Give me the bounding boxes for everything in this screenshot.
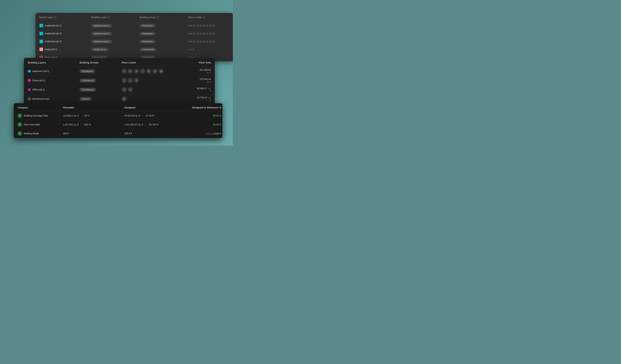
col-building-layer: Building Layer i — [91, 16, 140, 18]
check-icon — [18, 114, 22, 118]
middle-table-row: Apartment (alt 2) Residential 4 5 6 7 8 … — [24, 67, 215, 76]
dot-teal — [28, 70, 31, 73]
model-layer-info-icon[interactable]: i — [54, 16, 56, 18]
floor-badges-cell: 4 5 6 7 8 9 10 — [122, 69, 196, 74]
check-icon — [18, 122, 22, 127]
category-cell: Building Height — [18, 131, 63, 136]
row-label: residential (alt 1) — [39, 24, 91, 27]
building-layer-cell: Mechanical room — [28, 97, 80, 100]
col-floor-levels: Floor Levels i — [188, 16, 233, 18]
table-row: residential (alt 3) Apartment (alt 1) Re… — [35, 37, 233, 45]
building-layer-info-icon[interactable]: i — [107, 16, 110, 18]
dot-pink — [28, 79, 31, 82]
designed-cell: 94,629.35 sq. ft | 47.04 % — [124, 114, 189, 117]
floor-badges-cell: 2 3 — [122, 87, 196, 92]
bottom-panel: Category Allowable Designed Designed to … — [14, 103, 222, 138]
middle-table-header: Building Layers Building Groups Floor Le… — [24, 58, 215, 67]
main-table-header: Model Layer i Building Layer i Building … — [35, 13, 233, 22]
floor-levels-info-icon[interactable]: i — [203, 16, 205, 18]
allowable-cell: 200 ft — [63, 132, 124, 135]
allowable-cell: 1,207,092 sq. ft | 600 % — [63, 123, 124, 126]
building-layer-cell: Apartment (alt 2) — [28, 70, 80, 73]
color-swatch — [39, 32, 43, 35]
designed-cell: 1,021,954.87 sq. ft | 507.98 % — [124, 123, 189, 126]
allowable-cell: 110,650.1 sq. ft | 55 % — [63, 114, 124, 117]
main-panel: Model Layer i Building Layer i Building … — [35, 13, 233, 61]
floor-badges-cell: 1 2 3 — [122, 78, 196, 83]
color-swatch — [39, 48, 43, 51]
color-swatch — [39, 40, 43, 43]
col-building-group: Building Group i — [140, 16, 188, 18]
designed-cell: 189.6 ft — [124, 132, 189, 135]
building-layer-cell: Office (alt 1) — [28, 88, 80, 91]
bottom-table-row: Floor Area Ratio 1,207,092 sq. ft | 600 … — [14, 120, 222, 129]
category-cell: Floor Area Ratio — [18, 122, 63, 127]
floor-badges-cell: B1 — [122, 96, 196, 102]
row-label: shops (alt 1) — [39, 48, 91, 51]
middle-table-row: Office (alt 1) Commercial 2 3 64,849.17 … — [24, 85, 215, 94]
middle-table-row: Shops (alt 1) Commercial 1 2 3 137,804.4… — [24, 76, 215, 85]
dot-gray — [28, 97, 31, 100]
total-rows-label: Total rows: 28 — [206, 133, 219, 135]
category-cell: Building Coverage Ratio — [18, 114, 63, 118]
row-label: residential (alt 3) — [39, 40, 91, 43]
middle-table-row: Mechanical room Service B1 19,729.15 sq.… — [24, 94, 215, 104]
bottom-table-header: Category Allowable Designed Designed to … — [14, 103, 222, 111]
building-layer-cell: Shops (alt 1) — [28, 79, 80, 82]
bottom-table-row: Building Coverage Ratio 110,650.1 sq. ft… — [14, 111, 222, 120]
color-swatch — [39, 24, 43, 27]
table-row: residential (alt 2) Apartment (alt 2) Re… — [35, 30, 233, 37]
table-row: shops (alt 1) Shops (alt 1) Commercial 1… — [35, 45, 233, 53]
table-row: residential (alt 1) Apartment (alt 1) Re… — [35, 22, 233, 30]
building-group-info-icon[interactable]: i — [157, 16, 159, 18]
check-icon — [18, 131, 22, 136]
bottom-table-row: Building Height 200 ft 189.6 ft 94.8 % — [14, 129, 222, 138]
dot-purple — [28, 88, 31, 91]
col-model-layer: Model Layer i — [39, 16, 91, 18]
row-label: residential (alt 2) — [39, 32, 91, 35]
